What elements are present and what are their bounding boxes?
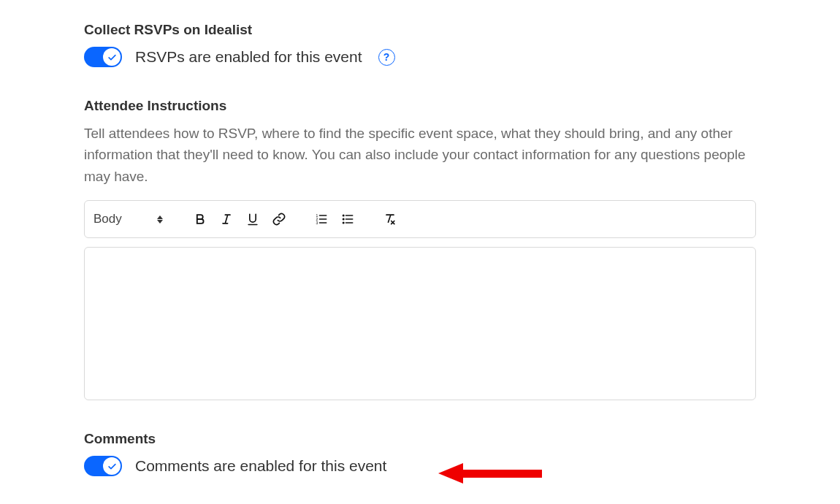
editor-textarea[interactable] [84, 247, 756, 400]
rsvp-toggle[interactable] [84, 47, 122, 67]
comments-section: Comments Comments are enabled for this e… [84, 431, 756, 476]
chevron-sort-icon [157, 215, 163, 224]
format-dropdown[interactable]: Body [93, 212, 170, 226]
editor-toolbar: Body 123 [84, 200, 756, 238]
svg-point-4 [342, 218, 344, 221]
instructions-section: Attendee Instructions Tell attendees how… [84, 98, 756, 400]
bold-icon [193, 212, 207, 226]
bold-button[interactable] [188, 207, 213, 232]
arrow-left-icon [438, 463, 463, 484]
instructions-description: Tell attendees how to RSVP, where to fin… [84, 123, 749, 187]
italic-icon [219, 212, 234, 226]
underline-icon [245, 212, 260, 226]
clear-formatting-button[interactable] [378, 207, 402, 232]
italic-button[interactable] [214, 207, 239, 232]
ordered-list-icon: 123 [314, 212, 329, 226]
link-icon [272, 212, 286, 226]
svg-text:3: 3 [316, 221, 318, 225]
comments-toggle[interactable] [84, 456, 122, 476]
arrow-shaft [463, 470, 542, 478]
ordered-list-button[interactable]: 123 [309, 207, 334, 232]
toggle-knob [103, 48, 121, 66]
unordered-list-icon [340, 212, 355, 226]
rsvp-title: Collect RSVPs on Idealist [84, 22, 756, 38]
format-dropdown-label: Body [93, 212, 122, 226]
list-group: 123 [309, 207, 360, 232]
underline-button[interactable] [240, 207, 265, 232]
rsvp-toggle-row: RSVPs are enabled for this event ? [84, 47, 756, 67]
svg-point-5 [342, 222, 344, 224]
check-icon [107, 461, 118, 472]
svg-point-3 [342, 215, 344, 217]
rsvp-section: Collect RSVPs on Idealist RSVPs are enab… [84, 22, 756, 67]
comments-toggle-row: Comments are enabled for this event [84, 456, 756, 476]
toggle-knob [103, 457, 121, 475]
text-style-group [188, 207, 291, 232]
rich-text-editor: Body 123 [84, 200, 756, 400]
clear-formatting-icon [383, 212, 397, 226]
help-icon[interactable]: ? [378, 49, 395, 66]
comments-title: Comments [84, 431, 756, 447]
check-icon [107, 52, 118, 63]
rsvp-toggle-label: RSVPs are enabled for this event [135, 48, 362, 66]
comments-toggle-label: Comments are enabled for this event [135, 457, 386, 475]
annotation-arrow [438, 463, 542, 484]
unordered-list-button[interactable] [335, 207, 360, 232]
clear-group [378, 207, 402, 232]
link-button[interactable] [267, 207, 291, 232]
instructions-title: Attendee Instructions [84, 98, 756, 114]
